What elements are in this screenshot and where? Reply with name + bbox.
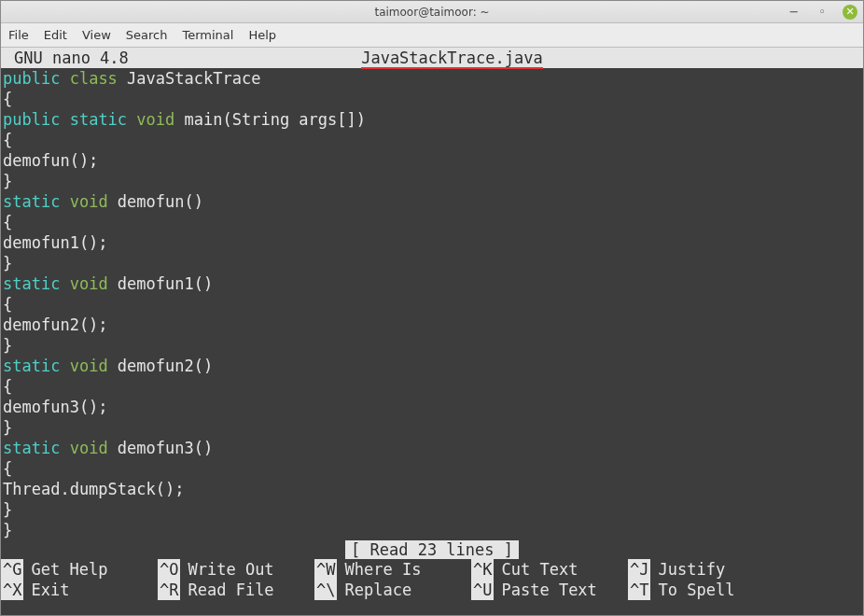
code-line: { (3, 294, 863, 315)
shortcut: ^\Replace (314, 580, 471, 600)
shortcut-key: ^K (471, 559, 494, 580)
window-controls: − ◦ ✕ (787, 5, 857, 20)
shortcut-key: ^W (314, 559, 337, 580)
code-line: } (3, 171, 863, 191)
code-line: demofun3(); (3, 397, 863, 417)
code-line: { (3, 458, 863, 479)
menu-terminal[interactable]: Terminal (182, 28, 233, 42)
status-text: [ Read 23 lines ] (345, 540, 519, 559)
code-line: demofun(); (3, 150, 863, 171)
editor-area[interactable]: public class JavaStackTrace{public stati… (1, 68, 863, 540)
shortcut-row: ^GGet Help^OWrite Out^WWhere Is^KCut Tex… (1, 559, 863, 580)
shortcut-key: ^X (1, 580, 23, 600)
maximize-button[interactable]: ◦ (815, 5, 829, 20)
menu-file[interactable]: File (8, 28, 29, 42)
close-button[interactable]: ✕ (843, 5, 857, 20)
shortcut: ^KCut Text (471, 559, 628, 580)
shortcut-key: ^U (471, 580, 494, 600)
shortcut-label: Exit (31, 580, 69, 600)
nano-header: GNU nano 4.8 JavaStackTrace.java (1, 48, 863, 68)
shortcut: ^TTo Spell (628, 580, 785, 600)
nano-footer: ^GGet Help^OWrite Out^WWhere Is^KCut Tex… (1, 559, 863, 600)
nano-filename: JavaStackTrace.java (45, 49, 859, 67)
status-line: [ Read 23 lines ] (1, 540, 863, 559)
code-line: } (3, 335, 863, 356)
shortcut-label: Justify (658, 559, 725, 580)
code-line: public static void main(String args[]) (3, 109, 863, 130)
code-line: } (3, 520, 863, 540)
menu-bar: File Edit View Search Terminal Help (1, 23, 863, 48)
code-line: static void demofun3() (3, 438, 863, 458)
shortcut-key: ^R (158, 580, 180, 600)
shortcut: ^JJustify (628, 559, 785, 580)
shortcut-key: ^J (628, 559, 650, 580)
shortcut-label: To Spell (658, 580, 734, 600)
window-title: taimoor@taimoor: ~ (374, 6, 489, 19)
shortcut: ^WWhere Is (314, 559, 471, 580)
shortcut-label: Read File (188, 580, 273, 600)
menu-view[interactable]: View (82, 28, 111, 42)
menu-help[interactable]: Help (248, 28, 276, 42)
shortcut-key: ^G (1, 559, 23, 580)
shortcut-label: Paste Text (501, 580, 596, 600)
code-line: } (3, 417, 863, 438)
shortcut-label: Get Help (31, 559, 107, 580)
shortcut: ^UPaste Text (471, 580, 628, 600)
code-line: static void demofun1() (3, 273, 863, 294)
shortcut-label: Write Out (188, 559, 273, 580)
title-bar: taimoor@taimoor: ~ − ◦ ✕ (1, 1, 863, 23)
shortcut: ^GGet Help (1, 559, 158, 580)
menu-search[interactable]: Search (126, 28, 168, 42)
code-line: static void demofun2() (3, 356, 863, 376)
shortcut-key: ^O (158, 559, 180, 580)
code-line: } (3, 499, 863, 520)
code-line: { (3, 212, 863, 232)
code-line: demofun1(); (3, 232, 863, 253)
shortcut-label: Cut Text (501, 559, 578, 580)
code-line: { (3, 376, 863, 397)
shortcut: ^XExit (1, 580, 158, 600)
code-line: public class JavaStackTrace (3, 68, 863, 89)
code-line: { (3, 89, 863, 109)
shortcut-label: Replace (344, 580, 411, 600)
shortcut-key: ^\ (314, 580, 337, 600)
shortcut-key: ^T (628, 580, 650, 600)
shortcut: ^OWrite Out (158, 559, 314, 580)
code-line: } (3, 253, 863, 273)
code-line: Thread.dumpStack(); (3, 479, 863, 499)
code-line: { (3, 130, 863, 150)
code-line: static void demofun() (3, 191, 863, 212)
menu-edit[interactable]: Edit (44, 28, 67, 42)
shortcut: ^RRead File (158, 580, 314, 600)
code-line: demofun2(); (3, 315, 863, 335)
shortcut-row: ^XExit^RRead File^\Replace^UPaste Text^T… (1, 580, 863, 600)
minimize-button[interactable]: − (787, 5, 801, 20)
shortcut-label: Where Is (344, 559, 421, 580)
